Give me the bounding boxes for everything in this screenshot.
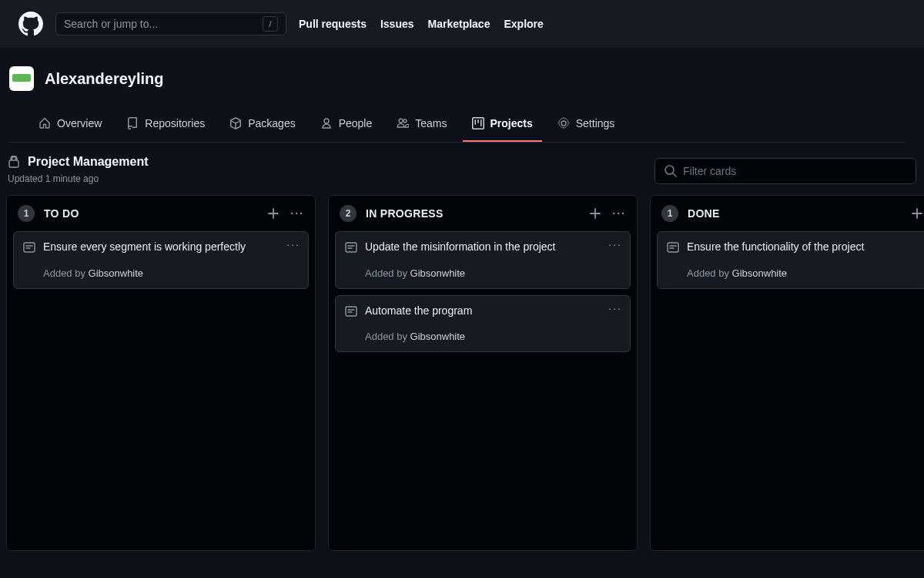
github-logo[interactable] <box>18 12 43 36</box>
project-updated: Updated 1 minute ago <box>8 173 148 184</box>
search-hotkey-badge: / <box>263 16 278 32</box>
nav-pull-requests[interactable]: Pull requests <box>299 18 367 30</box>
card[interactable]: ··· Automate the program Added by Gibson… <box>335 295 631 353</box>
tab-repositories[interactable]: Repositories <box>117 109 214 142</box>
plus-icon[interactable] <box>911 207 923 220</box>
global-nav: Pull requests Issues Marketplace Explore <box>299 18 544 30</box>
card-author[interactable]: Gibsonwhite <box>89 267 144 279</box>
search-icon <box>665 165 677 177</box>
global-search[interactable]: Search or jump to... / <box>55 12 286 35</box>
kebab-icon[interactable]: ··· <box>290 207 304 220</box>
global-header: Search or jump to... / Pull requests Iss… <box>0 0 924 48</box>
card[interactable]: ··· Update the misinformation in the pro… <box>335 231 631 289</box>
kebab-icon[interactable]: ··· <box>612 207 626 220</box>
note-icon <box>667 241 679 254</box>
card-title: Ensure every segment is working perfectl… <box>43 240 246 255</box>
column-count: 1 <box>661 205 678 222</box>
nav-marketplace[interactable]: Marketplace <box>428 18 490 30</box>
project-toolbar: Project Management Updated 1 minute ago <box>0 143 924 192</box>
kebab-icon[interactable]: ··· <box>608 238 622 250</box>
column-todo: 1 TO DO ··· ··· Ensure every segment is … <box>6 195 316 551</box>
project-board: 1 TO DO ··· ··· Ensure every segment is … <box>0 192 924 554</box>
column-title: DONE <box>688 207 720 220</box>
repo-icon <box>126 117 139 129</box>
card[interactable]: ··· Ensure every segment is working perf… <box>13 231 309 289</box>
card-meta: Added by Gibsonwhite <box>345 267 621 279</box>
tab-overview[interactable]: Overview <box>29 109 111 142</box>
lock-icon <box>8 156 20 168</box>
card-title: Automate the program <box>365 304 472 319</box>
column-count: 2 <box>340 205 357 222</box>
tab-settings[interactable]: Settings <box>548 109 624 142</box>
org-avatar[interactable] <box>9 66 34 91</box>
tab-people[interactable]: People <box>311 109 382 142</box>
column-in-progress: 2 IN PROGRESS ··· ··· Update the misinfo… <box>328 195 638 551</box>
plus-icon[interactable] <box>267 207 280 220</box>
filter-cards-box[interactable] <box>654 158 916 184</box>
org-tabs: Overview Repositories Packages People Te… <box>9 109 906 143</box>
column-done: 1 DONE Ensure the functionality of the p… <box>650 195 924 551</box>
svg-rect-3 <box>668 243 678 252</box>
note-icon <box>23 241 35 254</box>
svg-rect-0 <box>24 243 35 252</box>
note-icon <box>345 241 357 254</box>
card-author[interactable]: Gibsonwhite <box>410 331 466 342</box>
card-meta: Added by Gibsonwhite <box>345 331 621 342</box>
card-author[interactable]: Gibsonwhite <box>732 267 788 279</box>
person-icon <box>320 117 333 129</box>
svg-rect-2 <box>346 307 357 316</box>
nav-issues[interactable]: Issues <box>380 18 414 30</box>
note-icon <box>345 305 357 318</box>
card-title: Ensure the functionality of the project <box>687 240 864 255</box>
project-icon <box>472 117 484 129</box>
tab-packages[interactable]: Packages <box>220 109 304 142</box>
filter-cards-input[interactable] <box>683 165 906 177</box>
card-meta: Added by Gibsonwhite <box>667 267 918 279</box>
org-name[interactable]: Alexandereyling <box>45 70 164 88</box>
tab-teams[interactable]: Teams <box>387 109 456 142</box>
kebab-icon[interactable]: ··· <box>608 302 622 314</box>
column-title: TO DO <box>44 207 79 220</box>
card-title: Update the misinformation in the project <box>365 240 555 255</box>
home-icon <box>38 117 51 129</box>
svg-rect-1 <box>346 243 357 252</box>
tab-projects[interactable]: Projects <box>463 109 542 142</box>
people-icon <box>397 117 409 129</box>
gear-icon <box>557 117 570 129</box>
card-meta: Added by Gibsonwhite <box>23 267 299 279</box>
org-header: Alexandereyling Overview Repositories Pa… <box>0 48 924 143</box>
package-icon <box>229 117 242 129</box>
column-title: IN PROGRESS <box>366 207 444 220</box>
project-title: Project Management <box>28 155 148 169</box>
plus-icon[interactable] <box>589 207 601 220</box>
search-placeholder-text: Search or jump to... <box>64 18 158 30</box>
card[interactable]: Ensure the functionality of the project … <box>657 231 924 289</box>
card-author[interactable]: Gibsonwhite <box>410 267 466 279</box>
column-count: 1 <box>18 205 35 222</box>
kebab-icon[interactable]: ··· <box>286 238 300 250</box>
nav-explore[interactable]: Explore <box>504 18 543 30</box>
